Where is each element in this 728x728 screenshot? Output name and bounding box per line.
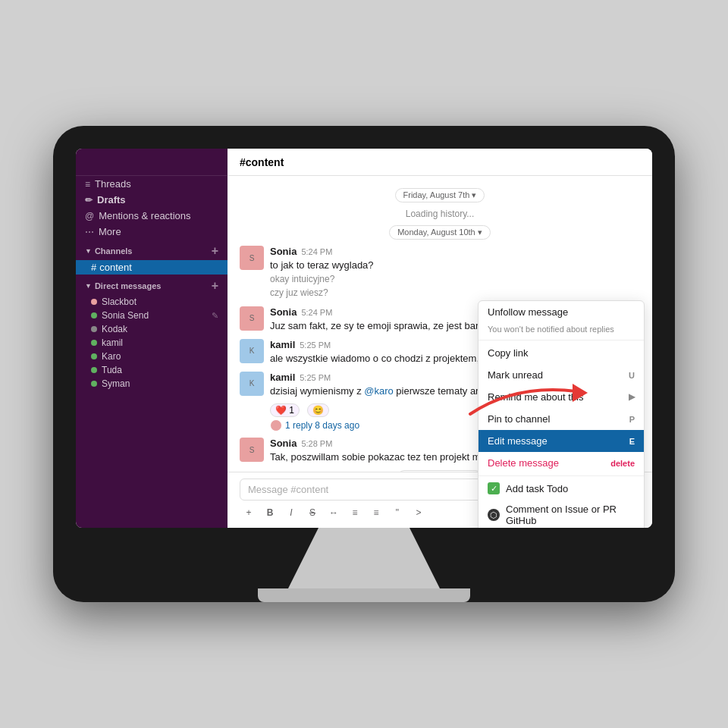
hash-icon: # bbox=[91, 262, 96, 273]
dm-status-dot bbox=[91, 381, 97, 387]
mentions-icon: @ bbox=[85, 211, 94, 221]
loading-text: Loading history... bbox=[240, 209, 640, 219]
sidebar-item-more[interactable]: ⋯ More bbox=[76, 224, 228, 240]
strikethrough-button[interactable]: S bbox=[303, 504, 322, 522]
monitor-base bbox=[258, 588, 470, 602]
context-menu-divider bbox=[479, 340, 644, 340]
delete-shortcut: delete bbox=[610, 459, 635, 468]
code-button[interactable]: > bbox=[410, 504, 428, 522]
more-icon: ⋯ bbox=[85, 227, 94, 237]
integration-github[interactable]: ⬡ Comment on Issue or PR GitHub bbox=[479, 499, 644, 528]
dm-section: ▼ Direct messages + bbox=[76, 275, 228, 295]
dm-kodak[interactable]: Kodak bbox=[76, 322, 228, 336]
remind-shortcut: ▶ bbox=[629, 392, 635, 402]
message-time: 5:24 PM bbox=[301, 308, 332, 317]
date-pill-3[interactable]: Tuesday, August... bbox=[397, 470, 482, 472]
monitor-stand bbox=[288, 528, 440, 588]
edit-shortcut: E bbox=[629, 437, 635, 446]
date-pill-2[interactable]: Monday, August 10th ▾ bbox=[389, 225, 491, 240]
sidebar-item-threads[interactable]: ≡ Threads bbox=[76, 176, 228, 192]
ordered-list-button[interactable]: ≡ bbox=[367, 504, 385, 522]
dm-kamil[interactable]: kamil bbox=[76, 336, 228, 350]
main-content: #content Friday, August 7th ▾ Loading hi… bbox=[228, 149, 652, 528]
channel-header: #content bbox=[228, 149, 652, 176]
remind-me-item[interactable]: Remind me about this ▶ bbox=[479, 386, 644, 408]
dm-sonia[interactable]: Sonia Send ✎ bbox=[76, 309, 228, 322]
mark-unread-item[interactable]: Mark unread U bbox=[479, 364, 644, 386]
message-reaction[interactable]: ❤️ 1 bbox=[270, 403, 300, 417]
date-divider-1: Friday, August 7th ▾ bbox=[240, 188, 640, 202]
emoji-reaction[interactable]: 😊 bbox=[307, 403, 329, 417]
pin-to-channel-item[interactable]: Pin to channel P bbox=[479, 408, 644, 430]
sidebar-item-drafts[interactable]: ✏ Drafts bbox=[76, 192, 228, 208]
message-time: 5:28 PM bbox=[301, 439, 332, 448]
app-container: ≡ Threads ✏ Drafts @ Mentions & reaction… bbox=[76, 149, 652, 528]
message-author: kamil bbox=[270, 339, 295, 350]
context-menu-divider-2 bbox=[479, 475, 644, 476]
dm-chevron-icon: ▼ bbox=[85, 282, 92, 290]
list-button[interactable]: ≡ bbox=[346, 504, 364, 522]
input-placeholder: Message #content bbox=[248, 484, 328, 495]
add-dm-button[interactable]: + bbox=[212, 279, 218, 293]
sidebar-item-channel-content[interactable]: # content bbox=[76, 260, 228, 275]
message-time: 5:24 PM bbox=[301, 247, 332, 256]
message-time: 5:25 PM bbox=[300, 373, 331, 382]
drafts-icon: ✏ bbox=[85, 195, 93, 206]
avatar: K bbox=[240, 339, 264, 363]
message-item: S Sonia 5:24 PM to jak to teraz wyglada?… bbox=[240, 246, 640, 300]
mark-unread-shortcut: U bbox=[629, 371, 635, 380]
blockquote-button[interactable]: " bbox=[388, 504, 406, 522]
date-divider-2: Monday, August 10th ▾ bbox=[240, 225, 640, 240]
date-pill-1[interactable]: Friday, August 7th ▾ bbox=[395, 188, 485, 202]
monitor-shell: ≡ Threads ✏ Drafts @ Mentions & reaction… bbox=[53, 126, 675, 602]
bold-button[interactable]: B bbox=[261, 504, 279, 522]
context-menu: Unfollow message You won't be notified a… bbox=[478, 300, 645, 528]
avatar: K bbox=[240, 372, 264, 396]
monitor-screen: ≡ Threads ✏ Drafts @ Mentions & reaction… bbox=[76, 149, 652, 528]
reply-avatar bbox=[270, 419, 282, 431]
sidebar: ≡ Threads ✏ Drafts @ Mentions & reaction… bbox=[76, 149, 228, 528]
dm-slackbot[interactable]: Slackbot bbox=[76, 295, 228, 309]
delete-message-item[interactable]: Delete message delete bbox=[479, 452, 644, 474]
message-author: Sonia bbox=[270, 438, 297, 449]
dm-status-dot bbox=[91, 326, 97, 332]
avatar: S bbox=[240, 306, 264, 331]
message-meta: Sonia 5:24 PM bbox=[270, 246, 640, 257]
message-text: to jak to teraz wyglada? okay intuicyjne… bbox=[270, 259, 640, 300]
add-channel-button[interactable]: + bbox=[212, 244, 218, 258]
link-button[interactable]: ↔ bbox=[325, 504, 343, 522]
github-icon: ⬡ bbox=[488, 509, 500, 521]
threads-icon: ≡ bbox=[85, 179, 90, 190]
channels-chevron-icon: ▼ bbox=[85, 247, 92, 255]
dm-tuda[interactable]: Tuda bbox=[76, 363, 228, 377]
italic-button[interactable]: I bbox=[282, 504, 300, 522]
avatar: S bbox=[240, 438, 264, 462]
integration-todo[interactable]: ✓ Add task Todo bbox=[479, 478, 644, 499]
sidebar-header bbox=[76, 149, 228, 176]
dm-status-dot bbox=[91, 353, 97, 359]
dm-syman[interactable]: Syman bbox=[76, 377, 228, 391]
message-author: Sonia bbox=[270, 246, 297, 257]
sidebar-item-mentions[interactable]: @ Mentions & reactions bbox=[76, 208, 228, 224]
dm-status-dot bbox=[91, 367, 97, 373]
attach-button[interactable]: + bbox=[240, 504, 258, 522]
pin-shortcut: P bbox=[629, 415, 635, 424]
dm-status-dot bbox=[91, 299, 97, 305]
avatar: S bbox=[240, 246, 264, 270]
channels-section: ▼ Channels + bbox=[76, 240, 228, 260]
unfollow-message-item[interactable]: Unfollow message bbox=[479, 301, 644, 323]
message-body: Sonia 5:24 PM to jak to teraz wyglada? o… bbox=[270, 246, 640, 300]
message-author: Sonia bbox=[270, 306, 297, 318]
copy-link-item[interactable]: Copy link bbox=[479, 342, 644, 364]
dm-status-dot bbox=[91, 312, 97, 318]
dm-karo[interactable]: Karo bbox=[76, 350, 228, 363]
edit-message-item[interactable]: Edit message E bbox=[479, 430, 644, 452]
dm-status-dot bbox=[91, 340, 97, 346]
unfollow-subtext: You won't be notified about replies bbox=[479, 323, 644, 338]
message-time: 5:25 PM bbox=[300, 340, 331, 350]
todo-icon: ✓ bbox=[488, 482, 500, 494]
edit-icon: ✎ bbox=[212, 311, 218, 321]
message-author: kamil bbox=[270, 372, 295, 383]
